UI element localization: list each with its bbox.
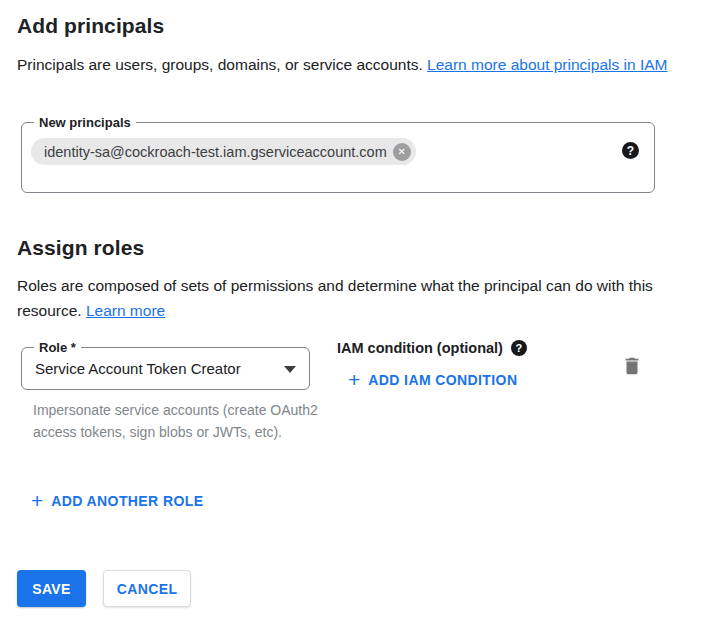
role-label: Role * bbox=[34, 339, 81, 356]
role-select[interactable]: Role * Service Account Token Creator bbox=[21, 347, 310, 390]
new-principals-field[interactable]: New principals identity-sa@cockroach-tes… bbox=[21, 122, 655, 193]
principal-chip-value: identity-sa@cockroach-test.iam.gservicea… bbox=[44, 144, 387, 160]
role-helper-text: Impersonate service accounts (create OAu… bbox=[33, 400, 319, 443]
add-another-role-button[interactable]: + ADD ANOTHER ROLE bbox=[31, 492, 203, 510]
dropdown-arrow-icon bbox=[284, 366, 296, 373]
principal-chip: identity-sa@cockroach-test.iam.gservicea… bbox=[31, 138, 416, 165]
new-principals-help-icon[interactable]: ? bbox=[622, 142, 639, 159]
add-iam-condition-button[interactable]: + ADD IAM CONDITION bbox=[348, 371, 517, 389]
learn-more-roles-link[interactable]: Learn more bbox=[86, 302, 165, 319]
principals-description: Principals are users, groups, domains, o… bbox=[17, 52, 672, 77]
assign-roles-title: Assign roles bbox=[17, 236, 144, 260]
delete-role-button[interactable] bbox=[619, 354, 645, 380]
cancel-button[interactable]: CANCEL bbox=[103, 570, 191, 607]
chip-close-icon[interactable]: ✕ bbox=[393, 143, 411, 161]
trash-icon bbox=[621, 355, 643, 377]
iam-condition-help-icon[interactable]: ? bbox=[511, 340, 527, 356]
add-another-role-label: ADD ANOTHER ROLE bbox=[51, 493, 203, 509]
new-principals-label: New principals bbox=[34, 114, 136, 131]
add-principals-panel: Add principals Principals are users, gro… bbox=[0, 0, 713, 629]
plus-icon: + bbox=[31, 492, 43, 510]
add-iam-condition-label: ADD IAM CONDITION bbox=[368, 372, 517, 388]
iam-condition-label-row: IAM condition (optional) ? bbox=[337, 340, 527, 356]
assign-roles-description: Roles are composed of sets of permission… bbox=[17, 273, 672, 323]
role-selected-value: Service Account Token Creator bbox=[35, 360, 241, 377]
save-button[interactable]: SAVE bbox=[17, 570, 86, 607]
page-title: Add principals bbox=[17, 14, 164, 38]
plus-icon: + bbox=[348, 371, 360, 389]
principals-description-text: Principals are users, groups, domains, o… bbox=[17, 56, 427, 73]
iam-condition-label: IAM condition (optional) bbox=[337, 340, 503, 356]
learn-more-principals-link[interactable]: Learn more about principals in IAM bbox=[427, 56, 667, 73]
